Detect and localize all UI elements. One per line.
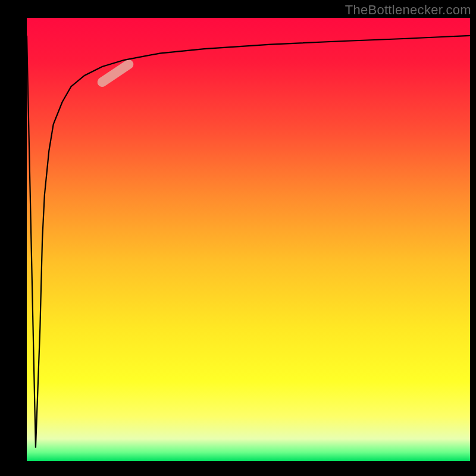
plot-area: [27, 18, 470, 461]
chart-frame: TheBottlenecker.com: [0, 0, 476, 476]
highlight-segment: [102, 64, 129, 82]
curve-svg: [27, 18, 470, 461]
watermark-text: TheBottlenecker.com: [345, 2, 471, 18]
bottleneck-curve: [27, 36, 470, 448]
